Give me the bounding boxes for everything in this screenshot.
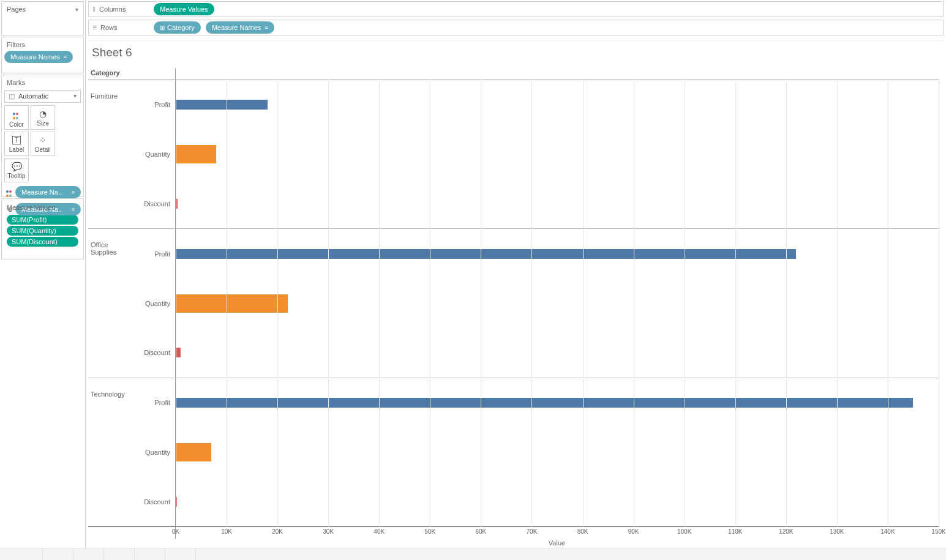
color-icon <box>13 107 20 120</box>
pages-title: Pages <box>7 6 26 13</box>
filter-pill-measure-names[interactable]: Measure Names ≡ <box>4 51 73 63</box>
sort-icon: ≡ <box>64 54 67 60</box>
mv-pill-quantity[interactable]: SUM(Quantity) <box>7 226 78 236</box>
status-bar <box>0 548 946 560</box>
category-block: FurnitureProfitQuantityDiscount <box>88 80 939 229</box>
measure-label[interactable]: Profit <box>135 229 175 278</box>
bar-icon: ◫ <box>9 92 15 100</box>
rows-shelf[interactable]: ≡Rows ⊞ Category Measure Names ≡ <box>88 20 944 35</box>
filters-shelf[interactable]: Filters Measure Names ≡ <box>1 37 84 73</box>
sort-icon: ≡ <box>265 24 268 31</box>
label-icon: 🅃 <box>12 135 21 145</box>
marks-tooltip-button[interactable]: 💬 Tooltip <box>4 158 29 182</box>
tooltip-icon: 💬 <box>12 162 22 171</box>
chart: Category FurnitureProfitQuantityDiscount… <box>88 68 939 550</box>
x-tick-label: 140K <box>880 528 895 535</box>
detail-icon: ⁘ <box>39 135 47 145</box>
measure-label[interactable]: Discount <box>135 477 175 526</box>
x-tick-label: 10K <box>221 528 232 535</box>
expand-icon: ⊞ <box>160 24 165 31</box>
measure-label[interactable]: Discount <box>135 179 175 229</box>
sheet-title[interactable]: Sheet 6 <box>88 41 944 63</box>
viz: Sheet 6 Category FurnitureProfitQuantity… <box>88 40 944 558</box>
rows-pill-measure-names[interactable]: Measure Names ≡ <box>206 21 274 34</box>
marks-detail-button[interactable]: ⁘ Detail <box>31 132 55 156</box>
marks-title: Marks <box>7 79 25 86</box>
side-panel: Pages ▾ Filters Measure Names ≡ Marks ◫A… <box>0 0 86 560</box>
columns-pill-measure-values[interactable]: Measure Values <box>154 3 214 15</box>
x-tick-label: 30K <box>323 528 334 535</box>
marks-color-button[interactable]: Color <box>4 105 29 130</box>
x-tick-label: 70K <box>527 528 538 535</box>
x-tick-label: 90K <box>628 528 639 535</box>
mv-pill-discount[interactable]: SUM(Discount) <box>7 237 78 247</box>
marks-card: Marks ◫Automatic ▾ Color ◔ Size 🅃 Label … <box>1 75 84 197</box>
marks-size-button[interactable]: ◔ Size <box>31 105 55 130</box>
columns-icon: ⦀ <box>92 5 96 13</box>
pages-shelf[interactable]: Pages ▾ <box>1 1 84 35</box>
category-label[interactable]: Furniture <box>88 80 135 228</box>
x-tick-label: 110K <box>728 528 742 535</box>
x-tick-label: 130K <box>830 528 844 535</box>
category-block: Office SuppliesProfitQuantityDiscount <box>88 229 939 378</box>
worksheet-area: ⦀Columns Measure Values ≡Rows ⊞ Category… <box>86 0 946 560</box>
color-icon <box>4 187 15 198</box>
category-header[interactable]: Category <box>88 68 135 80</box>
x-tick-label: 0K <box>172 528 179 535</box>
chart-body: FurnitureProfitQuantityDiscountOffice Su… <box>88 80 939 527</box>
filters-title: Filters <box>7 41 25 48</box>
x-tick-label: 80K <box>577 528 588 535</box>
x-tick-label: 150K <box>931 528 945 535</box>
category-block: TechnologyProfitQuantityDiscount <box>88 378 939 527</box>
x-tick-label: 20K <box>272 528 283 535</box>
measure-label[interactable]: Quantity <box>135 278 175 328</box>
measure-label[interactable]: Quantity <box>135 427 175 477</box>
size-icon: ◔ <box>39 109 47 119</box>
x-tick-label: 100K <box>677 528 691 535</box>
measure-label[interactable]: Profit <box>135 378 175 428</box>
rows-pill-category[interactable]: ⊞ Category <box>154 21 201 34</box>
sort-icon: ≡ <box>72 206 75 212</box>
sort-icon: ≡ <box>72 189 75 195</box>
marks-pill-color-measure-names[interactable]: Measure Na.. ≡ <box>15 186 81 198</box>
chevron-down-icon[interactable]: ▾ <box>75 6 78 13</box>
category-label[interactable]: Technology <box>88 378 135 526</box>
measure-label[interactable]: Discount <box>135 328 175 378</box>
x-tick-label: 50K <box>424 528 435 535</box>
x-axis: 0K10K20K30K40K50K60K70K80K90K100K110K120… <box>88 527 939 539</box>
rows-icon: ≡ <box>92 23 97 32</box>
columns-shelf[interactable]: ⦀Columns Measure Values <box>88 1 944 17</box>
chevron-down-icon: ▾ <box>73 92 77 100</box>
measure-label[interactable]: Profit <box>135 80 175 130</box>
mv-pill-profit[interactable]: SUM(Profit) <box>7 215 78 225</box>
category-label[interactable]: Office Supplies <box>88 229 135 377</box>
marks-label-button[interactable]: 🅃 Label <box>4 132 29 156</box>
x-tick-label: 40K <box>374 528 385 535</box>
x-tick-label: 120K <box>779 528 793 535</box>
chart-header: Category <box>88 68 939 80</box>
measure-label[interactable]: Quantity <box>135 130 175 179</box>
x-tick-label: 60K <box>475 528 486 535</box>
marks-type-dropdown[interactable]: ◫Automatic ▾ <box>4 90 81 103</box>
